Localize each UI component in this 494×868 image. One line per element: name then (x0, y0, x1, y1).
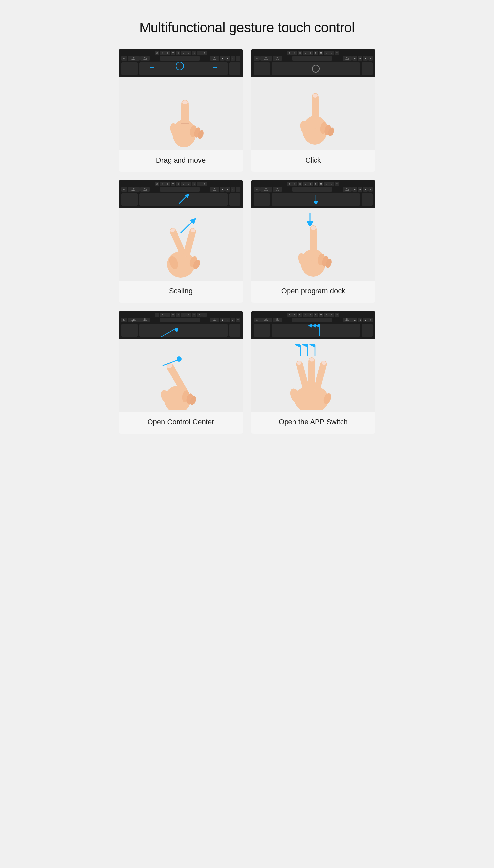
svg-point-8 (183, 100, 188, 104)
keyboard-drag: ZXC VBN M<> ? fn altoption ⌘cmd ⌘cmd ✱ ◄… (118, 49, 243, 77)
gesture-card-drag: ZXC VBN M<> ? fn altoption ⌘cmd ⌘cmd ✱ ◄… (118, 49, 243, 172)
svg-point-58 (309, 358, 314, 362)
svg-point-37 (310, 226, 316, 230)
keyboard-click: ZXC VBN M<> ? fn altoption ⌘cmd ⌘cmd ✱ ◄… (251, 49, 376, 77)
page-title: Multifunctional gesture touch control (139, 20, 355, 36)
keyboard-appswitch: ZXC VBN M<> ? fn altoption ⌘cmd ⌘cmd ✱ ◄… (251, 310, 376, 339)
gesture-card-control: ZXC VBN M<> ? fn altoption ⌘cmd ⌘cmd ✱ ◄… (118, 310, 243, 434)
svg-line-17 (179, 195, 188, 204)
gesture-card-dock: ZXC VBN M<> ? fn altoption ⌘cmd ⌘cmd ✱ ◄… (251, 180, 376, 303)
gesture-card-click: ZXC VBN M<> ? fn altoption ⌘cmd ⌘cmd ✱ ◄… (251, 49, 376, 172)
gesture-label-dock: Open program dock (251, 281, 376, 303)
gesture-label-control: Open Control Center (118, 412, 243, 434)
hand-appswitch-svg (275, 341, 351, 410)
keyboard-control: ZXC VBN M<> ? fn altoption ⌘cmd ⌘cmd ✱ ◄… (118, 310, 243, 339)
hand-drag-svg (148, 79, 214, 148)
gesture-label-scaling: Scaling (118, 281, 243, 303)
hand-click-svg (280, 79, 346, 148)
gesture-card-scaling: ZXC VBN M<> ? fn altoption ⌘cmd ⌘cmd ✱ ◄… (118, 180, 243, 303)
hand-dock-svg (280, 210, 346, 279)
keyboard-dock: ZXC VBN M<> ? fn altoption ⌘cmd ⌘cmd ✱ ◄… (251, 180, 376, 209)
hand-control-svg (145, 341, 217, 410)
keyboard-scaling: ZXC VBN M<> ? fn altoption ⌘cmd ⌘cmd ✱ ◄… (118, 180, 243, 209)
gesture-label-click: Click (251, 150, 376, 172)
svg-point-16 (312, 94, 318, 97)
hand-scaling-svg (145, 210, 217, 279)
gesture-grid: ZXC VBN M<> ? fn altoption ⌘cmd ⌘cmd ✱ ◄… (109, 49, 385, 453)
gesture-card-appswitch: ZXC VBN M<> ? fn altoption ⌘cmd ⌘cmd ✱ ◄… (251, 310, 376, 434)
svg-point-47 (176, 356, 182, 362)
gesture-label-appswitch: Open the APP Switch (251, 412, 376, 434)
gesture-label-drag: Drag and move (118, 150, 243, 172)
